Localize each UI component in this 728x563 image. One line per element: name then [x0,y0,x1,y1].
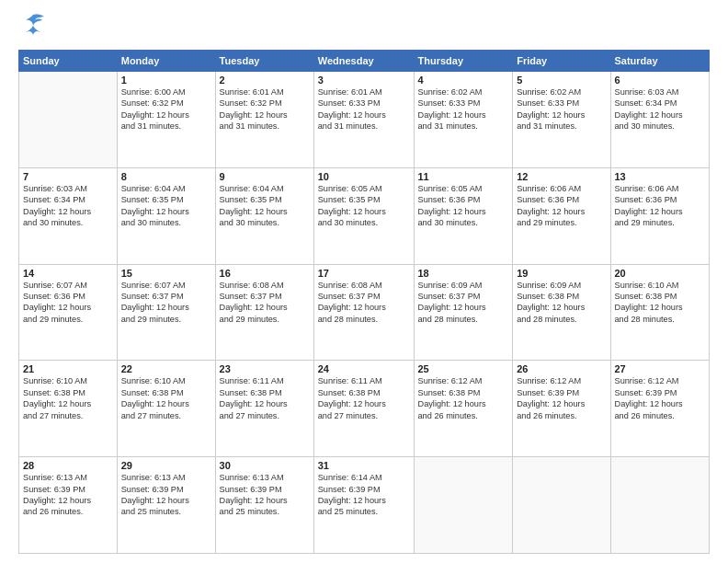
day-info: Sunrise: 6:07 AMSunset: 6:36 PMDaylight:… [23,280,113,326]
calendar-header-row: SundayMondayTuesdayWednesdayThursdayFrid… [19,51,710,72]
day-header-sunday: Sunday [19,51,118,72]
day-number: 3 [318,75,410,86]
header [18,17,710,42]
calendar-cell: 26Sunrise: 6:12 AMSunset: 6:39 PMDayligh… [513,361,610,457]
calendar-cell: 17Sunrise: 6:08 AMSunset: 6:37 PMDayligh… [313,264,414,361]
day-info: Sunrise: 6:05 AMSunset: 6:36 PMDaylight:… [418,183,509,229]
day-info: Sunrise: 6:10 AMSunset: 6:38 PMDaylight:… [23,375,113,421]
day-info: Sunrise: 6:08 AMSunset: 6:37 PMDaylight:… [220,280,310,326]
day-info: Sunrise: 6:09 AMSunset: 6:38 PMDaylight:… [517,280,606,326]
day-number: 13 [615,171,706,182]
day-info: Sunrise: 6:09 AMSunset: 6:37 PMDaylight:… [418,280,509,326]
day-info: Sunrise: 6:03 AMSunset: 6:34 PMDaylight:… [23,183,113,229]
calendar-cell: 19Sunrise: 6:09 AMSunset: 6:38 PMDayligh… [513,264,610,361]
calendar-cell: 5Sunrise: 6:02 AMSunset: 6:33 PMDaylight… [513,72,610,168]
day-number: 14 [23,268,113,279]
calendar-cell: 11Sunrise: 6:05 AMSunset: 6:36 PMDayligh… [414,167,513,264]
day-number: 21 [23,363,113,374]
day-number: 23 [220,363,310,374]
logo [18,17,46,42]
calendar-cell [414,457,513,554]
calendar-cell [19,72,118,168]
calendar-cell: 30Sunrise: 6:13 AMSunset: 6:39 PMDayligh… [215,457,313,554]
day-info: Sunrise: 6:11 AMSunset: 6:38 PMDaylight:… [220,375,310,421]
day-number: 24 [318,363,410,374]
day-info: Sunrise: 6:12 AMSunset: 6:38 PMDaylight:… [418,375,509,421]
day-number: 20 [615,268,706,279]
calendar-cell: 22Sunrise: 6:10 AMSunset: 6:38 PMDayligh… [117,361,215,457]
day-header-wednesday: Wednesday [313,51,414,72]
day-info: Sunrise: 6:00 AMSunset: 6:32 PMDaylight:… [121,86,211,132]
day-number: 10 [318,171,410,182]
day-number: 27 [615,363,706,374]
day-number: 28 [23,460,113,471]
day-number: 29 [121,460,211,471]
calendar-cell: 10Sunrise: 6:05 AMSunset: 6:35 PMDayligh… [313,167,414,264]
day-number: 16 [220,268,310,279]
calendar-cell: 1Sunrise: 6:00 AMSunset: 6:32 PMDaylight… [117,72,215,168]
day-number: 4 [418,75,509,86]
calendar-cell: 8Sunrise: 6:04 AMSunset: 6:35 PMDaylight… [117,167,215,264]
day-info: Sunrise: 6:06 AMSunset: 6:36 PMDaylight:… [615,183,706,229]
day-number: 18 [418,268,509,279]
day-info: Sunrise: 6:13 AMSunset: 6:39 PMDaylight:… [220,472,310,518]
day-number: 31 [318,460,410,471]
day-number: 26 [517,363,606,374]
day-info: Sunrise: 6:01 AMSunset: 6:33 PMDaylight:… [318,86,410,132]
calendar-week-3: 14Sunrise: 6:07 AMSunset: 6:36 PMDayligh… [19,264,710,361]
calendar-cell [610,457,710,554]
day-number: 7 [23,171,113,182]
calendar-cell: 21Sunrise: 6:10 AMSunset: 6:38 PMDayligh… [19,361,118,457]
day-info: Sunrise: 6:07 AMSunset: 6:37 PMDaylight:… [121,280,211,326]
calendar-cell [513,457,610,554]
day-header-saturday: Saturday [610,51,710,72]
day-info: Sunrise: 6:11 AMSunset: 6:38 PMDaylight:… [318,375,410,421]
day-info: Sunrise: 6:12 AMSunset: 6:39 PMDaylight:… [615,375,706,421]
day-info: Sunrise: 6:03 AMSunset: 6:34 PMDaylight:… [615,86,706,132]
day-header-friday: Friday [513,51,610,72]
day-number: 30 [220,460,310,471]
day-info: Sunrise: 6:14 AMSunset: 6:39 PMDaylight:… [318,472,410,518]
day-info: Sunrise: 6:13 AMSunset: 6:39 PMDaylight:… [121,472,211,518]
day-info: Sunrise: 6:10 AMSunset: 6:38 PMDaylight:… [121,375,211,421]
calendar-cell: 7Sunrise: 6:03 AMSunset: 6:34 PMDaylight… [19,167,118,264]
calendar-week-1: 1Sunrise: 6:00 AMSunset: 6:32 PMDaylight… [19,72,710,168]
calendar-cell: 25Sunrise: 6:12 AMSunset: 6:38 PMDayligh… [414,361,513,457]
calendar-cell: 24Sunrise: 6:11 AMSunset: 6:38 PMDayligh… [313,361,414,457]
day-info: Sunrise: 6:12 AMSunset: 6:39 PMDaylight:… [517,375,606,421]
calendar-cell: 23Sunrise: 6:11 AMSunset: 6:38 PMDayligh… [215,361,313,457]
day-info: Sunrise: 6:13 AMSunset: 6:39 PMDaylight:… [23,472,113,518]
calendar-cell: 28Sunrise: 6:13 AMSunset: 6:39 PMDayligh… [19,457,118,554]
day-info: Sunrise: 6:01 AMSunset: 6:32 PMDaylight:… [220,86,310,132]
calendar-cell: 3Sunrise: 6:01 AMSunset: 6:33 PMDaylight… [313,72,414,168]
calendar-cell: 18Sunrise: 6:09 AMSunset: 6:37 PMDayligh… [414,264,513,361]
day-number: 19 [517,268,606,279]
day-number: 15 [121,268,211,279]
calendar-cell: 27Sunrise: 6:12 AMSunset: 6:39 PMDayligh… [610,361,710,457]
day-info: Sunrise: 6:04 AMSunset: 6:35 PMDaylight:… [220,183,310,229]
day-info: Sunrise: 6:02 AMSunset: 6:33 PMDaylight:… [517,86,606,132]
day-number: 8 [121,171,211,182]
day-number: 25 [418,363,509,374]
day-info: Sunrise: 6:04 AMSunset: 6:35 PMDaylight:… [121,183,211,229]
day-header-tuesday: Tuesday [215,51,313,72]
calendar-cell: 14Sunrise: 6:07 AMSunset: 6:36 PMDayligh… [19,264,118,361]
day-number: 17 [318,268,410,279]
day-number: 2 [220,75,310,86]
day-number: 22 [121,363,211,374]
calendar-cell: 31Sunrise: 6:14 AMSunset: 6:39 PMDayligh… [313,457,414,554]
calendar-cell: 16Sunrise: 6:08 AMSunset: 6:37 PMDayligh… [215,264,313,361]
calendar-cell: 20Sunrise: 6:10 AMSunset: 6:38 PMDayligh… [610,264,710,361]
calendar-cell: 9Sunrise: 6:04 AMSunset: 6:35 PMDaylight… [215,167,313,264]
logo-bird-icon [20,13,46,42]
calendar-week-2: 7Sunrise: 6:03 AMSunset: 6:34 PMDaylight… [19,167,710,264]
day-number: 12 [517,171,606,182]
calendar-week-5: 28Sunrise: 6:13 AMSunset: 6:39 PMDayligh… [19,457,710,554]
day-info: Sunrise: 6:10 AMSunset: 6:38 PMDaylight:… [615,280,706,326]
day-number: 11 [418,171,509,182]
day-number: 9 [220,171,310,182]
calendar-cell: 13Sunrise: 6:06 AMSunset: 6:36 PMDayligh… [610,167,710,264]
day-info: Sunrise: 6:02 AMSunset: 6:33 PMDaylight:… [418,86,509,132]
day-number: 5 [517,75,606,86]
day-info: Sunrise: 6:06 AMSunset: 6:36 PMDaylight:… [517,183,606,229]
